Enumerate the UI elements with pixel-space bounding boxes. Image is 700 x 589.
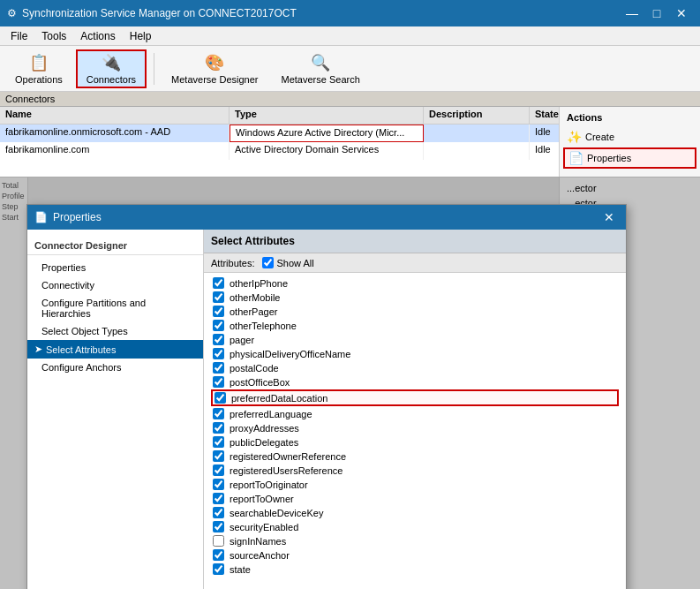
attribute-checkbox[interactable] (213, 422, 224, 434)
close-button[interactable]: ✕ (670, 4, 693, 22)
operations-button[interactable]: 📋 Operations (5, 49, 72, 88)
row2-type: Active Directory Domain Services (230, 142, 424, 160)
toolbar-separator (154, 53, 154, 85)
table-row[interactable]: fabrikamonline.onmicrosoft.com - AAD Win… (0, 125, 559, 142)
attribute-checkbox[interactable] (213, 464, 224, 476)
attribute-name: registeredOwnerReference (230, 451, 346, 462)
metaverse-designer-button[interactable]: 🎨 Metaverse Designer (162, 49, 267, 88)
attribute-name: state (230, 564, 251, 575)
attribute-checkbox[interactable] (213, 521, 224, 532)
attribute-checkbox[interactable] (213, 535, 224, 547)
attribute-item[interactable]: postalCode (211, 361, 619, 374)
row2-state: Idle (530, 142, 559, 160)
connectors-button[interactable]: 🔌 Connectors (76, 49, 147, 88)
nav-partitions[interactable]: Configure Partitions and Hierarchies (27, 294, 203, 322)
menu-bar: File Tools Actions Help (0, 26, 700, 46)
attribute-item[interactable]: registeredUsersReference (211, 464, 619, 477)
attribute-checkbox[interactable] (213, 376, 224, 388)
show-all-label[interactable]: Show All (262, 257, 314, 268)
attribute-item[interactable]: proxyAddresses (211, 421, 619, 434)
attribute-item[interactable]: otherTelephone (211, 319, 619, 332)
attribute-name: reportToOriginator (230, 480, 308, 490)
properties-icon: 📄 (568, 151, 583, 165)
attribute-item[interactable]: registeredOwnerReference (211, 449, 619, 463)
attribute-item[interactable]: preferredLanguage (211, 407, 619, 420)
minimize-button[interactable]: — (621, 4, 644, 22)
bottom-area: Total Profile Step Start ...ector ...ect… (0, 177, 700, 589)
modal-close-button[interactable]: ✕ (599, 209, 619, 225)
menu-help[interactable]: Help (123, 28, 159, 44)
attribute-checkbox[interactable] (213, 291, 224, 303)
attribute-checkbox[interactable] (213, 436, 224, 448)
attribute-checkbox[interactable] (213, 563, 224, 575)
attribute-item[interactable]: otherPager (211, 305, 619, 318)
attribute-item[interactable]: physicalDeliveryOfficeName (211, 347, 619, 360)
attribute-name: proxyAddresses (230, 423, 299, 434)
row1-state: Idle (530, 125, 559, 142)
attribute-name: signInNames (230, 536, 286, 547)
create-action-button[interactable]: ✨ Create (563, 128, 696, 146)
attribute-item[interactable]: state (211, 563, 619, 576)
attribute-checkbox[interactable] (213, 348, 224, 359)
col-description: Description (424, 107, 530, 124)
menu-file[interactable]: File (4, 28, 34, 44)
attribute-checkbox[interactable] (213, 320, 224, 331)
attributes-label: Attributes: (211, 258, 255, 268)
attribute-item[interactable]: searchableDeviceKey (211, 506, 619, 519)
table-row[interactable]: fabrikamonline.com Active Directory Doma… (0, 142, 559, 160)
metaverse-search-button[interactable]: 🔍 Metaverse Search (272, 49, 370, 88)
window-title: Synchronization Service Manager on CONNE… (22, 7, 297, 19)
attribute-item[interactable]: securityEnabled (211, 520, 619, 533)
attributes-list: otherIpPhoneotherMobileotherPagerotherTe… (204, 273, 626, 589)
window-controls: — □ ✕ (621, 4, 693, 22)
attribute-checkbox[interactable] (213, 362, 224, 374)
attribute-checkbox[interactable] (213, 306, 224, 317)
show-all-checkbox[interactable] (262, 257, 274, 268)
attribute-name: otherIpPhone (230, 278, 288, 289)
select-attributes-header: Select Attributes (204, 230, 626, 253)
attribute-checkbox[interactable] (213, 479, 224, 490)
attribute-checkbox[interactable] (213, 334, 224, 345)
attribute-name: postalCode (230, 363, 279, 374)
connectors-icon: 🔌 (102, 53, 121, 72)
attribute-checkbox[interactable] (213, 493, 224, 504)
connectors-area: Name Type Description State fabrikamonli… (0, 107, 700, 177)
row1-description (424, 125, 530, 142)
nav-connectivity[interactable]: Connectivity (27, 276, 203, 294)
attribute-item[interactable]: reportToOwner (211, 492, 619, 505)
attribute-checkbox[interactable] (213, 549, 224, 561)
attribute-name: otherMobile (230, 292, 280, 303)
attribute-checkbox[interactable] (215, 392, 226, 404)
attribute-checkbox[interactable] (213, 408, 224, 419)
menu-actions[interactable]: Actions (73, 28, 122, 44)
col-name: Name (0, 107, 230, 124)
nav-properties[interactable]: Properties (27, 259, 203, 276)
attribute-item[interactable]: otherIpPhone (211, 276, 619, 290)
operations-icon: 📋 (29, 53, 49, 72)
attribute-checkbox[interactable] (213, 277, 224, 289)
modal-body: Connector Designer Properties Connectivi… (27, 230, 626, 589)
attribute-item[interactable]: otherMobile (211, 291, 619, 304)
actions-panel: Actions ✨ Create 📄 Properties (559, 107, 700, 177)
modal-main-area: Select Attributes Attributes: Show All o… (204, 230, 626, 589)
attribute-item[interactable]: sourceAnchor (211, 548, 619, 562)
properties-action-button[interactable]: 📄 Properties (563, 147, 696, 169)
maximize-button[interactable]: □ (645, 4, 668, 22)
attribute-item[interactable]: signInNames (211, 534, 619, 547)
attribute-item[interactable]: pager (211, 333, 619, 346)
nav-select-attributes[interactable]: ➤ Select Attributes (27, 340, 203, 359)
nav-object-types[interactable]: Select Object Types (27, 322, 203, 340)
toolbar: 📋 Operations 🔌 Connectors 🎨 Metaverse De… (0, 46, 700, 92)
create-icon: ✨ (567, 130, 582, 144)
main-content: Connectors Name Type Description State f… (0, 92, 700, 589)
attribute-item[interactable]: reportToOriginator (211, 478, 619, 491)
attribute-item[interactable]: preferredDataLocation (211, 389, 619, 406)
menu-tools[interactable]: Tools (34, 28, 73, 44)
attribute-checkbox[interactable] (213, 507, 224, 518)
attribute-checkbox[interactable] (213, 450, 224, 462)
modal-title-bar: 📄 Properties ✕ (27, 205, 626, 230)
attribute-item[interactable]: postOfficeBox (211, 375, 619, 389)
attribute-name: physicalDeliveryOfficeName (230, 349, 350, 359)
nav-configure-anchors[interactable]: Configure Anchors (27, 359, 203, 376)
attribute-item[interactable]: publicDelegates (211, 435, 619, 449)
